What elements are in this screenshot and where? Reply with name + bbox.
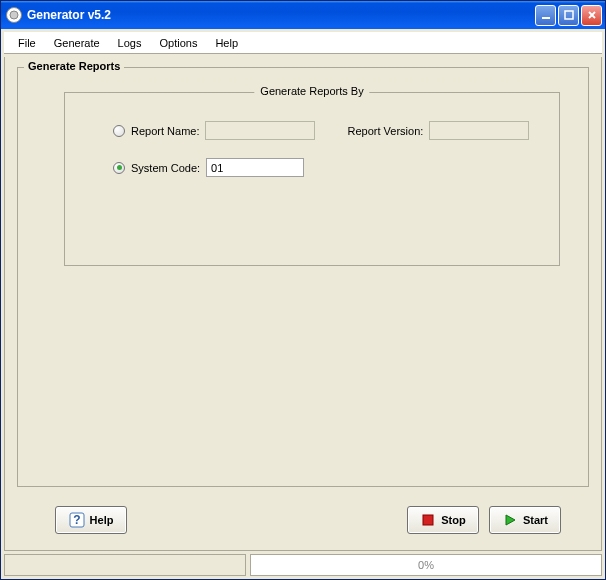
svg-rect-2 [565, 11, 573, 19]
help-button[interactable]: ? Help [55, 506, 127, 534]
menubar: File Generate Logs Options Help [4, 32, 602, 54]
menu-generate[interactable]: Generate [46, 35, 108, 51]
group-title: Generate Reports By [254, 85, 369, 97]
progress-bar: 0% [250, 554, 602, 576]
system-code-row: System Code: [79, 158, 545, 177]
system-code-input[interactable] [206, 158, 304, 177]
svg-text:?: ? [73, 513, 80, 527]
window-controls [535, 5, 602, 26]
titlebar[interactable]: Generator v5.2 [1, 1, 605, 29]
close-icon [587, 10, 597, 20]
minimize-button[interactable] [535, 5, 556, 26]
stop-button-label: Stop [441, 514, 465, 526]
help-button-label: Help [90, 514, 114, 526]
menu-logs[interactable]: Logs [110, 35, 150, 51]
start-button[interactable]: Start [489, 506, 561, 534]
stop-button[interactable]: Stop [407, 506, 479, 534]
app-window: Generator v5.2 File Generate Logs Option… [0, 0, 606, 580]
report-version-input[interactable] [429, 121, 529, 140]
app-icon [6, 7, 22, 23]
menu-file[interactable]: File [10, 35, 44, 51]
report-name-input[interactable] [205, 121, 315, 140]
svg-rect-1 [542, 17, 550, 19]
menu-help[interactable]: Help [207, 35, 246, 51]
svg-point-0 [10, 11, 18, 19]
button-row: ? Help Stop Start [17, 500, 589, 540]
svg-rect-7 [423, 515, 433, 525]
system-code-label: System Code: [131, 162, 200, 174]
minimize-icon [541, 10, 551, 20]
report-name-label: Report Name: [131, 125, 199, 137]
play-icon [502, 512, 518, 528]
report-name-radio[interactable] [113, 125, 125, 137]
statusbar: 0% [4, 554, 602, 576]
window-title: Generator v5.2 [27, 8, 535, 22]
menu-options[interactable]: Options [151, 35, 205, 51]
panel-title: Generate Reports [24, 60, 124, 72]
start-button-label: Start [523, 514, 548, 526]
svg-marker-8 [506, 515, 515, 525]
generate-reports-panel: Generate Reports Generate Reports By Rep… [17, 67, 589, 487]
client-area: Generate Reports Generate Reports By Rep… [4, 57, 602, 551]
stop-icon [420, 512, 436, 528]
close-button[interactable] [581, 5, 602, 26]
system-code-radio[interactable] [113, 162, 125, 174]
generate-reports-by-group: Generate Reports By Report Name: Report … [64, 92, 560, 266]
report-name-row: Report Name: Report Version: [79, 121, 545, 140]
report-version-label: Report Version: [347, 125, 423, 137]
maximize-button[interactable] [558, 5, 579, 26]
maximize-icon [564, 10, 574, 20]
help-icon: ? [69, 512, 85, 528]
progress-text: 0% [418, 559, 434, 571]
status-message [4, 554, 246, 576]
